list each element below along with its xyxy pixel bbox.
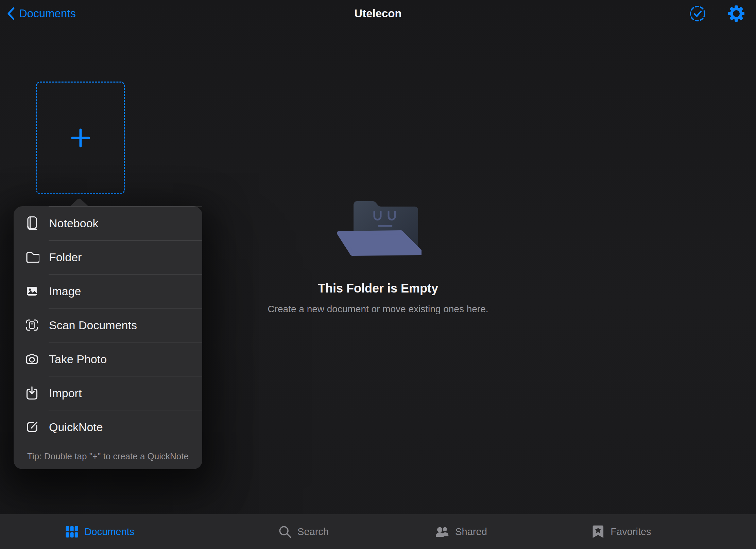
- scan-documents-icon: [23, 318, 41, 333]
- quicknote-icon: [23, 420, 41, 435]
- settings-gear-icon: [727, 5, 745, 22]
- new-document-popover: Notebook Folder Image: [14, 206, 202, 469]
- favorites-bookmark-icon: [591, 525, 605, 539]
- menu-item-label: Take Photo: [49, 353, 107, 366]
- tab-label: Shared: [455, 526, 487, 537]
- app-screen: Documents Utelecon: [0, 0, 756, 549]
- menu-item-folder[interactable]: Folder: [14, 240, 202, 274]
- menu-item-label: Folder: [49, 251, 82, 264]
- menu-item-notebook[interactable]: Notebook: [14, 206, 202, 240]
- menu-item-take-photo[interactable]: Take Photo: [14, 342, 202, 376]
- tab-label: Search: [297, 526, 329, 537]
- menu-item-label: Scan Documents: [49, 319, 137, 332]
- notebook-icon: [23, 216, 41, 231]
- menu-item-label: Notebook: [49, 217, 99, 230]
- menu-item-label: Import: [49, 387, 82, 400]
- menu-item-import[interactable]: Import: [14, 376, 202, 410]
- new-document-tile[interactable]: [36, 82, 125, 194]
- search-icon: [278, 525, 292, 539]
- select-checkmark-icon: [689, 5, 706, 22]
- chevron-left-icon: [7, 7, 15, 20]
- select-documents-button[interactable]: [689, 5, 706, 22]
- back-button-label: Documents: [19, 7, 76, 20]
- tab-search[interactable]: Search: [278, 514, 329, 549]
- settings-button[interactable]: [727, 5, 745, 22]
- menu-item-quicknote[interactable]: QuickNote: [14, 410, 202, 444]
- menu-item-label: QuickNote: [49, 421, 103, 434]
- tab-shared[interactable]: Shared: [435, 514, 487, 549]
- empty-folder-illustration: [335, 195, 422, 256]
- tab-documents[interactable]: Documents: [65, 514, 135, 549]
- empty-state-title: This Folder is Empty: [0, 281, 756, 296]
- empty-state-subtitle: Create a new document or move existing o…: [0, 304, 756, 315]
- quicknote-tip-text: Tip: Double tap "+" to create a QuickNot…: [14, 444, 202, 468]
- back-button[interactable]: Documents: [7, 0, 76, 27]
- documents-grid-icon: [65, 525, 79, 539]
- popover-arrow: [70, 198, 89, 207]
- tab-label: Documents: [85, 526, 135, 537]
- folder-icon: [23, 250, 41, 265]
- tab-bar: Documents Search Shared: [0, 514, 756, 549]
- import-icon: [23, 386, 41, 401]
- shared-people-icon: [435, 525, 450, 539]
- plus-icon: [70, 127, 91, 149]
- tab-favorites[interactable]: Favorites: [591, 514, 651, 549]
- tab-label: Favorites: [611, 526, 651, 537]
- camera-icon: [23, 352, 41, 367]
- page-title: Utelecon: [354, 0, 401, 27]
- top-navigation-bar: Documents Utelecon: [0, 0, 756, 27]
